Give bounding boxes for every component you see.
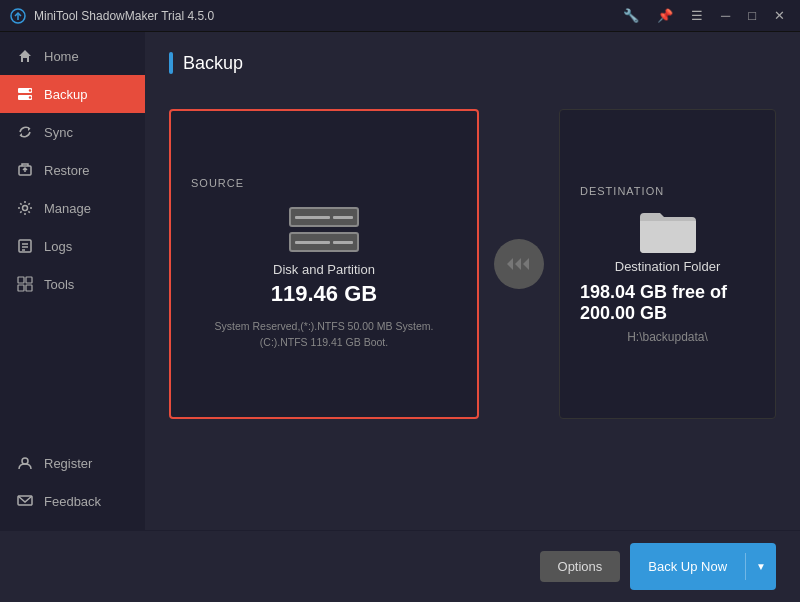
- svg-point-6: [23, 206, 28, 211]
- disk-line-2: [333, 216, 353, 219]
- sidebar-label-feedback: Feedback: [44, 494, 101, 509]
- menu-icon[interactable]: ☰: [686, 6, 708, 25]
- source-label-row: SOURCE: [191, 177, 457, 189]
- settings-icon[interactable]: 🔧: [618, 6, 644, 25]
- backup-now-button[interactable]: Back Up Now ▼: [630, 543, 776, 590]
- sidebar-label-tools: Tools: [44, 277, 74, 292]
- logs-icon: [16, 237, 34, 255]
- tools-icon: [16, 275, 34, 293]
- sidebar-item-register[interactable]: Register: [0, 444, 145, 482]
- dest-label-row: DESTINATION: [580, 185, 755, 197]
- sidebar-item-restore[interactable]: Restore: [0, 151, 145, 189]
- destination-card[interactable]: DESTINATION Destination Folder 198.04 GB…: [559, 109, 776, 419]
- sidebar-item-home[interactable]: Home: [0, 37, 145, 75]
- backup-icon: [16, 85, 34, 103]
- sidebar-label-restore: Restore: [44, 163, 90, 178]
- svg-point-3: [29, 89, 31, 91]
- sidebar-label-register: Register: [44, 456, 92, 471]
- title-accent: [169, 52, 173, 74]
- sidebar-label-manage: Manage: [44, 201, 91, 216]
- sidebar-item-tools[interactable]: Tools: [0, 265, 145, 303]
- disk-bar-top: [289, 207, 359, 227]
- svg-rect-13: [18, 285, 24, 291]
- sidebar-item-backup[interactable]: Backup: [0, 75, 145, 113]
- svg-rect-12: [26, 277, 32, 283]
- disk-line-3: [295, 241, 330, 244]
- sidebar-item-sync[interactable]: Sync: [0, 113, 145, 151]
- dest-section-label: DESTINATION: [580, 185, 664, 197]
- titlebar: MiniTool ShadowMaker Trial 4.5.0 🔧 📌 ☰ ─…: [0, 0, 800, 32]
- dest-free-space: 198.04 GB free of 200.00 GB: [580, 282, 755, 324]
- app-logo: [10, 8, 26, 24]
- source-size: 119.46 GB: [271, 281, 377, 307]
- bottom-bar: Options Back Up Now ▼: [0, 530, 800, 602]
- sync-icon: [16, 123, 34, 141]
- page-title-bar: Backup: [169, 52, 776, 74]
- restore-icon: [16, 161, 34, 179]
- main-layout: Home Backup Sync: [0, 32, 800, 530]
- options-button[interactable]: Options: [540, 551, 621, 582]
- sidebar-item-manage[interactable]: Manage: [0, 189, 145, 227]
- close-button[interactable]: ✕: [769, 6, 790, 25]
- svg-rect-11: [18, 277, 24, 283]
- svg-rect-14: [26, 285, 32, 291]
- sidebar-label-backup: Backup: [44, 87, 87, 102]
- source-icon-area: [289, 207, 359, 252]
- sidebar-label-sync: Sync: [44, 125, 73, 140]
- minimize-button[interactable]: ─: [716, 6, 735, 25]
- disk-line-1: [295, 216, 330, 219]
- feedback-icon: [16, 492, 34, 510]
- arrow-button[interactable]: [494, 239, 544, 289]
- backup-now-label: Back Up Now: [630, 551, 745, 582]
- dest-type-label: Destination Folder: [615, 259, 721, 274]
- disk-line-4: [333, 241, 353, 244]
- manage-icon: [16, 199, 34, 217]
- app-title: MiniTool ShadowMaker Trial 4.5.0: [34, 9, 618, 23]
- arrow-area: [479, 239, 559, 289]
- disk-icon: [289, 207, 359, 252]
- folder-icon: [638, 205, 698, 259]
- source-card[interactable]: SOURCE Disk and Partition: [169, 109, 479, 419]
- sidebar-item-feedback[interactable]: Feedback: [0, 482, 145, 520]
- sidebar-label-home: Home: [44, 49, 79, 64]
- dest-path: H:\backupdata\: [627, 330, 708, 344]
- sidebar-item-logs[interactable]: Logs: [0, 227, 145, 265]
- maximize-button[interactable]: □: [743, 6, 761, 25]
- sidebar-label-logs: Logs: [44, 239, 72, 254]
- backup-row: SOURCE Disk and Partition: [169, 94, 776, 434]
- svg-point-4: [29, 96, 31, 98]
- backup-dropdown-arrow[interactable]: ▼: [745, 553, 776, 580]
- source-type-label: Disk and Partition: [273, 262, 375, 277]
- window-controls: 🔧 📌 ☰ ─ □ ✕: [618, 6, 790, 25]
- sidebar: Home Backup Sync: [0, 32, 145, 530]
- pin-icon[interactable]: 📌: [652, 6, 678, 25]
- register-icon: [16, 454, 34, 472]
- sidebar-bottom: Register Feedback: [0, 444, 145, 530]
- source-details: System Reserved,(*:).NTFS 50.00 MB Syste…: [215, 319, 434, 351]
- content-area: Backup SOURCE: [145, 32, 800, 530]
- disk-bar-bottom: [289, 232, 359, 252]
- svg-point-15: [22, 458, 28, 464]
- page-title: Backup: [183, 53, 243, 74]
- home-icon: [16, 47, 34, 65]
- source-section-label: SOURCE: [191, 177, 244, 189]
